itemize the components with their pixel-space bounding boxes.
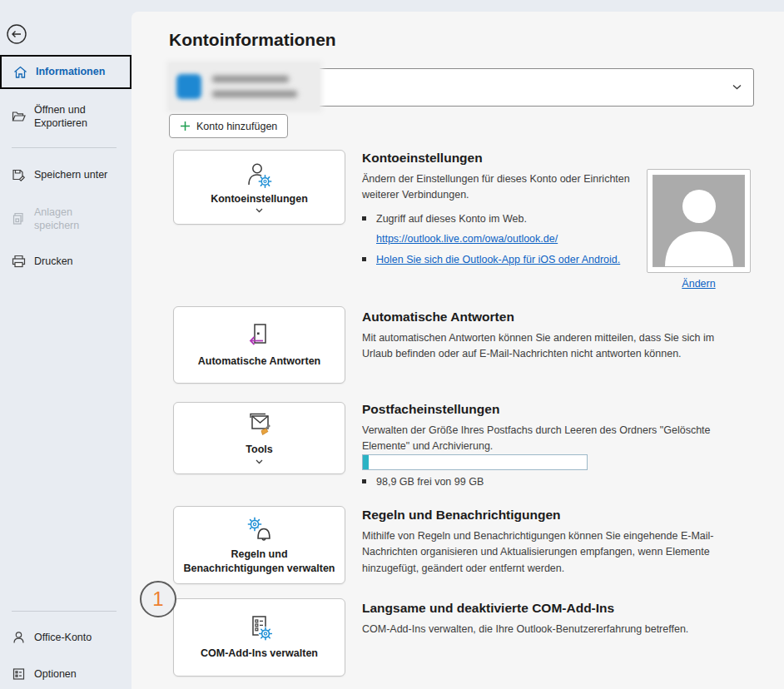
mailbox-tools-button[interactable]: Tools — [173, 402, 345, 474]
person-icon — [12, 631, 26, 644]
section-heading: Langsame und deaktivierte COM-Add-Ins — [362, 601, 753, 616]
callout-number: 1 — [152, 587, 163, 611]
account-identity-redacted — [169, 63, 320, 110]
bullet-square — [362, 257, 366, 261]
tile-label: Tools — [239, 443, 279, 457]
section-body: Verwalten der Größe Ihres Postfachs durc… — [362, 423, 747, 455]
profile-photo-silhouette — [653, 176, 745, 267]
sidebar-item-label: Informationen — [36, 65, 105, 78]
section-body: Ändern der Einstellungen für dieses Kont… — [362, 171, 647, 204]
sidebar-item-label: Office-Konto — [34, 631, 92, 644]
auto-replies-section: Automatische Antworten Mit automatischen… — [362, 310, 747, 363]
section-heading: Regeln und Benachrichtigungen — [362, 508, 747, 523]
sidebar-item-oeffnen-und-exportieren[interactable]: Öffnen und Exportieren — [0, 99, 131, 134]
main-panel: Kontoinformationen Konto hinzufügen — [131, 12, 784, 689]
change-photo-link[interactable]: Ändern — [682, 278, 715, 290]
account-email-redacted — [212, 91, 297, 97]
attachments-icon — [12, 212, 26, 226]
add-account-label: Konto hinzufügen — [196, 121, 277, 132]
section-body: COM-Add-Ins verwalten, die Ihre Outlook-… — [362, 622, 753, 637]
tile-label: Regeln und Benachrichtigungen verwalten — [174, 548, 345, 576]
auto-reply-icon — [246, 322, 274, 352]
chevron-down-icon — [256, 208, 263, 213]
bullet-text: Zugriff auf dieses Konto im Web. — [376, 211, 527, 227]
plus-icon — [180, 121, 191, 131]
mailbox-cleanup-icon — [244, 412, 275, 440]
sidebar-item-informationen[interactable]: Informationen — [0, 55, 131, 89]
sidebar-divider — [12, 147, 117, 148]
rules-alerts-section: Regeln und Benachrichtigungen Mithilfe v… — [362, 508, 747, 577]
save-as-icon — [12, 168, 26, 181]
free-space-label: 98,9 GB frei von 99 GB — [376, 474, 484, 490]
tile-label: COM-Add-Ins verwalten — [194, 647, 325, 661]
sidebar-item-drucken[interactable]: Drucken — [0, 251, 131, 271]
account-avatar — [176, 74, 201, 99]
com-addins-section: Langsame und deaktivierte COM-Add-Ins CO… — [362, 601, 753, 637]
page-title: Kontoinformationen — [169, 30, 336, 50]
rules-alerts-icon — [244, 515, 275, 545]
com-addins-button[interactable]: COM-Add-Ins verwalten — [173, 598, 345, 677]
sidebar-divider — [12, 611, 117, 612]
account-settings-section: Kontoeinstellungen Ändern der Einstellun… — [362, 151, 647, 267]
sidebar-item-office-konto[interactable]: Office-Konto — [0, 627, 131, 647]
sidebar: Informationen Öffnen und Exportieren Spe… — [0, 0, 131, 689]
back-arrow-icon — [5, 22, 28, 46]
rules-alerts-button[interactable]: Regeln und Benachrichtigungen verwalten — [173, 506, 345, 584]
add-account-button[interactable]: Konto hinzufügen — [169, 114, 288, 138]
tile-label: Automatische Antworten — [191, 354, 327, 369]
sidebar-item-anlagen-speichern: Anlagen speichern — [0, 202, 131, 235]
section-heading: Kontoeinstellungen — [362, 151, 647, 166]
account-settings-button[interactable]: Kontoeinstellungen — [173, 150, 345, 225]
bullet-square — [362, 216, 366, 221]
section-heading: Postfacheinstellungen — [362, 402, 747, 417]
printer-icon — [12, 255, 26, 268]
account-name-redacted — [212, 76, 289, 82]
auto-replies-button[interactable]: Automatische Antworten — [173, 306, 345, 384]
outlook-app-link[interactable]: Holen Sie sich die Outlook-App für iOS o… — [376, 252, 620, 268]
mailbox-usage-fill — [363, 455, 369, 469]
sidebar-item-label: Öffnen und Exportieren — [34, 103, 111, 131]
mailbox-free-space: 98,9 GB frei von 99 GB — [362, 474, 484, 490]
sidebar-item-label: Anlagen speichern — [34, 206, 111, 233]
section-body: Mithilfe von Regeln und Benachrichtigung… — [362, 528, 747, 577]
account-settings-icon — [245, 161, 275, 190]
home-icon — [13, 66, 27, 79]
profile-photo — [647, 169, 751, 273]
sidebar-item-label: Speichern unter — [34, 168, 107, 181]
sidebar-item-label: Drucken — [34, 255, 73, 268]
mailbox-settings-section: Postfacheinstellungen Verwalten der Größ… — [362, 402, 747, 455]
chevron-down-icon — [732, 84, 742, 90]
options-icon — [12, 667, 26, 681]
callout-badge-1: 1 — [140, 581, 176, 617]
back-button[interactable] — [5, 22, 28, 46]
sidebar-item-optionen[interactable]: Optionen — [0, 664, 131, 684]
section-body: Mit automatischen Antworten können Sie a… — [362, 330, 747, 363]
com-addins-icon — [245, 614, 275, 644]
chevron-down-icon — [256, 459, 263, 464]
bullet-square — [362, 479, 366, 483]
section-heading: Automatische Antworten — [362, 310, 747, 325]
webmail-link[interactable]: https://outlook.live.com/owa/outlook.de/ — [376, 233, 558, 245]
sidebar-item-speichern-unter[interactable]: Speichern unter — [0, 165, 131, 185]
sidebar-item-label: Optionen — [34, 667, 77, 681]
tile-label: Kontoeinstellungen — [204, 192, 315, 206]
open-folder-icon — [12, 110, 26, 123]
mailbox-usage-bar — [362, 454, 588, 470]
